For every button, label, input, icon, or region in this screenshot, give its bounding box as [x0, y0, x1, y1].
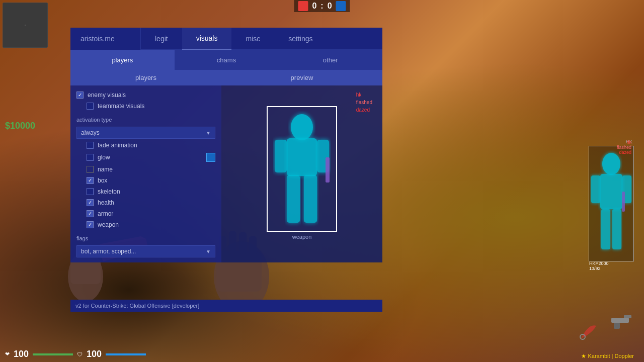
svg-rect-16: [611, 318, 629, 323]
ui-panel: aristois.me legit visuals misc settings …: [70, 28, 382, 262]
preview-player-info: hk flashed dazed: [356, 91, 372, 114]
flags-section: flags: [76, 230, 215, 244]
svg-rect-4: [601, 209, 610, 249]
activation-type-label: activation type: [76, 114, 112, 124]
activation-type-value: always: [81, 129, 100, 136]
enemy-player-box: HK: HKP2000 13/92: [589, 146, 634, 261]
status-bar: v2 for Counter-Strike: Global Offensive …: [70, 300, 382, 312]
option-box: box: [76, 175, 215, 186]
left-panel-header-text: players: [135, 74, 156, 81]
gun-svg: [609, 310, 634, 330]
nav-tab-misc[interactable]: misc: [231, 28, 274, 50]
label-name: name: [98, 166, 113, 173]
preview-header-text: preview: [291, 74, 313, 81]
minimap-content: [3, 3, 47, 47]
option-health: health: [76, 197, 215, 208]
enemy-ammo-count: 13/92: [589, 266, 601, 271]
checkbox-weapon[interactable]: [87, 221, 94, 228]
enemy-player-model: [589, 146, 633, 261]
right-panel: preview hk flashed dazed: [221, 70, 382, 262]
section-tab-players[interactable]: players: [70, 50, 175, 70]
preview-player-svg: [268, 107, 336, 231]
team2-icon: [336, 1, 346, 11]
checkbox-skeleton[interactable]: [87, 188, 94, 195]
section-tab-players-label: players: [112, 56, 133, 64]
svg-rect-2: [591, 175, 600, 203]
label-box: box: [98, 177, 107, 184]
activation-type-arrow: ▼: [206, 130, 211, 136]
label-enemy-visuals: enemy visuals: [88, 92, 126, 99]
section-tab-other-label: other: [323, 56, 338, 64]
nav-tab-visuals[interactable]: visuals: [182, 28, 232, 50]
score1: 0: [312, 2, 316, 11]
nav-tabs: legit visuals misc settings: [141, 28, 382, 50]
svg-rect-17: [624, 315, 631, 318]
weapon-label: ★ Karambit | Doppler: [581, 353, 634, 359]
checkbox-fade-animation[interactable]: [87, 142, 94, 149]
nav-tab-visuals-label: visuals: [196, 34, 218, 42]
svg-rect-25: [287, 175, 300, 223]
flags-label: flags: [76, 232, 88, 242]
top-navigation: aristois.me legit visuals misc settings: [70, 28, 382, 50]
svg-rect-22: [275, 140, 287, 172]
checkbox-health[interactable]: [87, 199, 94, 206]
checkbox-glow[interactable]: [87, 154, 94, 161]
label-health: health: [98, 199, 114, 206]
weapon-name: ★ Karambit | Doppler: [581, 353, 634, 359]
activation-type-dropdown[interactable]: always ▼: [76, 127, 215, 139]
preview-player-flashed: flashed: [356, 99, 372, 106]
label-armor: armor: [98, 210, 113, 217]
checkbox-name[interactable]: [87, 166, 94, 173]
armor-value: 100: [87, 349, 102, 359]
checkbox-armor[interactable]: [87, 210, 94, 217]
brand-name: aristois.me: [70, 28, 141, 50]
hud-money: $10000: [5, 121, 35, 131]
nav-tab-settings[interactable]: settings: [274, 28, 327, 50]
svg-rect-6: [622, 192, 625, 212]
minimap: [3, 3, 48, 48]
hud-health-section: ❤ 100 🛡 100: [5, 349, 146, 359]
section-tabs: players chams other: [70, 50, 382, 70]
preview-weapon-label: weapon: [292, 232, 312, 242]
nav-tab-legit[interactable]: legit: [141, 28, 182, 50]
enemy-flashed: flashed: [617, 145, 631, 150]
label-weapon: weapon: [98, 221, 119, 228]
weapon-icon-area: [579, 321, 599, 342]
section-tab-chams-label: chams: [217, 56, 236, 64]
preview-viewport: hk flashed dazed: [221, 85, 382, 262]
checkbox-teammate-visuals[interactable]: [87, 103, 94, 110]
preview-player-dazed: dazed: [356, 106, 372, 114]
option-fade-animation: fade animation: [76, 140, 215, 151]
svg-rect-26: [304, 175, 317, 223]
svg-rect-21: [287, 138, 317, 176]
money-value: $10000: [5, 121, 35, 131]
svg-rect-24: [326, 157, 330, 183]
flags-value: bot, armor, scoped...: [81, 248, 136, 255]
option-skeleton: skeleton: [76, 186, 215, 197]
nav-tab-legit-label: legit: [155, 35, 168, 43]
label-skeleton: skeleton: [98, 188, 120, 195]
checkbox-enemy-visuals[interactable]: [76, 92, 84, 99]
option-name: name: [76, 164, 215, 175]
option-weapon: weapon: [76, 219, 215, 230]
option-enemy-visuals: enemy visuals: [76, 89, 215, 101]
content-area: players enemy visuals teammate visuals a…: [70, 70, 382, 262]
glow-color-swatch[interactable]: [206, 153, 215, 162]
enemy-name-label: hk: [617, 140, 631, 145]
label-glow: glow: [98, 154, 110, 161]
svg-point-20: [291, 114, 313, 140]
team1-icon: [298, 1, 308, 11]
enemy-gun: HKP2000: [589, 261, 609, 266]
preview-player-name: hk: [356, 91, 372, 99]
section-tab-other[interactable]: other: [278, 50, 382, 70]
health-bar: [33, 353, 73, 355]
activation-type-section: activation type: [76, 112, 215, 126]
section-tab-chams[interactable]: chams: [175, 50, 279, 70]
flags-dropdown[interactable]: bot, armor, scoped... ▼: [76, 245, 215, 257]
flags-arrow: ▼: [206, 249, 211, 254]
enemy-ammo: HKP2000 13/92: [589, 261, 609, 271]
svg-rect-18: [614, 323, 620, 329]
checkbox-box[interactable]: [87, 177, 94, 184]
label-fade-animation: fade animation: [98, 142, 137, 149]
left-panel: players enemy visuals teammate visuals a…: [70, 70, 221, 262]
